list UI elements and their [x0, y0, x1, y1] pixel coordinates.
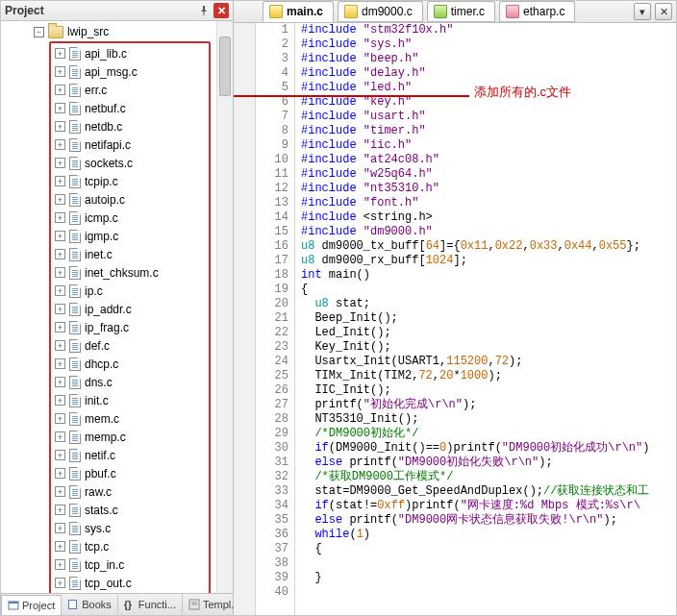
tree-file-item[interactable]: +tcp.c: [51, 537, 209, 555]
expand-icon[interactable]: +: [55, 103, 65, 113]
expand-icon[interactable]: +: [55, 139, 65, 150]
code-line[interactable]: #include "usart.h": [301, 110, 676, 124]
expand-icon[interactable]: +: [55, 66, 65, 77]
expand-icon[interactable]: +: [55, 212, 65, 223]
expand-icon[interactable]: +: [55, 431, 65, 442]
code-line[interactable]: u8 dm9000_tx_buff[64]={0x11,0x22,0x33,0x…: [301, 239, 676, 254]
code-line[interactable]: Beep_Init();: [301, 311, 676, 326]
editor-tab[interactable]: dm9000.c: [338, 1, 423, 22]
tree-file-item[interactable]: +timers.c: [51, 592, 209, 593]
tree-file-item[interactable]: +netifapi.c: [51, 136, 209, 154]
expand-icon[interactable]: +: [55, 377, 65, 387]
expand-icon[interactable]: +: [55, 541, 65, 552]
tree-file-item[interactable]: +sys.c: [51, 519, 209, 537]
tree-file-item[interactable]: +err.c: [51, 81, 209, 99]
tree-file-item[interactable]: +ip_addr.c: [51, 300, 209, 318]
tree-file-item[interactable]: +inet_chksum.c: [51, 263, 209, 282]
code-line[interactable]: Led_Init();: [301, 326, 676, 340]
tree-file-item[interactable]: +ip.c: [51, 282, 209, 300]
tree-file-item[interactable]: +init.c: [51, 391, 209, 409]
code-line[interactable]: #include "led.h": [301, 81, 676, 95]
code-line[interactable]: int main(): [301, 268, 676, 283]
tab-dropdown-icon[interactable]: ▾: [634, 3, 651, 20]
code-line[interactable]: #include "font.h": [301, 196, 676, 210]
code-line[interactable]: #include "key.h": [301, 95, 676, 110]
code-line[interactable]: #include "delay.h": [301, 66, 676, 81]
tree-file-item[interactable]: +dhcp.c: [51, 355, 209, 373]
code-line[interactable]: u8 dm9000_rx_buff[1024];: [301, 254, 676, 268]
expand-icon[interactable]: +: [55, 285, 65, 296]
tree-file-item[interactable]: +netdb.c: [51, 117, 209, 136]
expand-icon[interactable]: +: [55, 413, 65, 424]
tree-file-item[interactable]: +tcp_out.c: [51, 574, 209, 592]
tree-file-item[interactable]: +tcp_in.c: [51, 555, 209, 574]
tree-file-item[interactable]: +ip_frag.c: [51, 318, 209, 336]
expand-icon[interactable]: +: [55, 48, 65, 59]
code-line[interactable]: [301, 556, 676, 571]
bottom-tab[interactable]: Books: [62, 595, 118, 614]
expand-icon[interactable]: +: [55, 231, 65, 241]
code-line[interactable]: u8 stat;: [301, 297, 676, 311]
tree-file-item[interactable]: +mem.c: [51, 409, 209, 428]
expand-icon[interactable]: +: [55, 450, 65, 460]
code-line[interactable]: #include "at24c08.h": [301, 153, 676, 167]
expand-icon[interactable]: +: [55, 176, 65, 186]
editor-tab[interactable]: etharp.c: [499, 1, 575, 22]
expand-icon[interactable]: +: [55, 468, 65, 479]
tree-file-item[interactable]: +def.c: [51, 336, 209, 355]
code-line[interactable]: #include "timer.h": [301, 124, 676, 138]
expand-icon[interactable]: +: [55, 486, 65, 497]
expand-icon[interactable]: +: [55, 304, 65, 314]
code-line[interactable]: printf("初始化完成\r\n");: [301, 398, 676, 412]
code-line[interactable]: /*DM9000初始化*/: [301, 427, 676, 441]
editor-tab[interactable]: timer.c: [427, 1, 495, 22]
tree-file-item[interactable]: +api_lib.c: [51, 44, 209, 62]
tree-folder[interactable]: − lwip_src: [1, 23, 233, 40]
code-content[interactable]: #include "stm32f10x.h"#include "sys.h"#i…: [295, 23, 676, 615]
code-line[interactable]: {: [301, 283, 676, 297]
tab-close-icon[interactable]: ✕: [655, 3, 672, 20]
bottom-tab[interactable]: {}Functi...: [118, 595, 183, 614]
scrollbar[interactable]: [216, 21, 233, 593]
code-line[interactable]: {: [301, 542, 676, 556]
tree-file-item[interactable]: +autoip.c: [51, 190, 209, 209]
code-line[interactable]: else printf("DM9000网卡状态信息获取失败!\r\n");: [301, 513, 676, 528]
tree-file-item[interactable]: +icmp.c: [51, 209, 209, 227]
code-line[interactable]: #include "iic.h": [301, 138, 676, 153]
expand-icon[interactable]: +: [55, 395, 65, 406]
code-line[interactable]: Usartx_Init(USART1,115200,72);: [301, 355, 676, 369]
expand-icon[interactable]: +: [55, 523, 65, 533]
scrollbar-thumb[interactable]: [219, 37, 231, 96]
expand-icon[interactable]: +: [55, 358, 65, 369]
code-line[interactable]: Key_Init();: [301, 340, 676, 355]
expand-icon[interactable]: +: [55, 194, 65, 205]
code-line[interactable]: if(DM9000_Init()==0)printf("DM9000初始化成功\…: [301, 441, 676, 456]
code-line[interactable]: [301, 585, 676, 600]
code-line[interactable]: while(1): [301, 528, 676, 542]
code-line[interactable]: /*获取DM9000工作模式*/: [301, 470, 676, 484]
close-icon[interactable]: ✕: [213, 3, 229, 18]
expand-icon[interactable]: +: [55, 340, 65, 351]
tree-file-item[interactable]: +netif.c: [51, 446, 209, 464]
expand-icon[interactable]: +: [55, 267, 65, 278]
project-tree[interactable]: − lwip_src +api_lib.c+api_msg.c+err.c+ne…: [1, 21, 233, 593]
tree-file-item[interactable]: +netbuf.c: [51, 99, 209, 117]
code-line[interactable]: IIC_Init();: [301, 383, 676, 398]
pin-icon[interactable]: [196, 3, 212, 18]
tree-file-item[interactable]: +tcpip.c: [51, 172, 209, 190]
code-line[interactable]: if(stat!=0xff)printf("网卡速度:%d Mbps 模式:%s…: [301, 499, 676, 513]
expand-icon[interactable]: +: [55, 322, 65, 333]
code-line[interactable]: TIMx_Init(TIM2,72,20*1000);: [301, 369, 676, 383]
expand-icon[interactable]: +: [55, 559, 65, 570]
code-line[interactable]: #include <string.h>: [301, 210, 676, 225]
bottom-tab[interactable]: Project: [1, 595, 62, 615]
code-line[interactable]: #include "beep.h": [301, 52, 676, 66]
expand-icon[interactable]: +: [55, 85, 65, 95]
expand-icon[interactable]: +: [55, 505, 65, 515]
tree-file-item[interactable]: +sockets.c: [51, 154, 209, 172]
code-line[interactable]: #include "nt35310.h": [301, 182, 676, 196]
code-line[interactable]: #include "w25q64.h": [301, 167, 676, 182]
code-line[interactable]: stat=DM9000_Get_SpeedAndDuplex();//获取连接状…: [301, 484, 676, 499]
tree-file-item[interactable]: +api_msg.c: [51, 62, 209, 81]
tree-file-item[interactable]: +memp.c: [51, 428, 209, 446]
